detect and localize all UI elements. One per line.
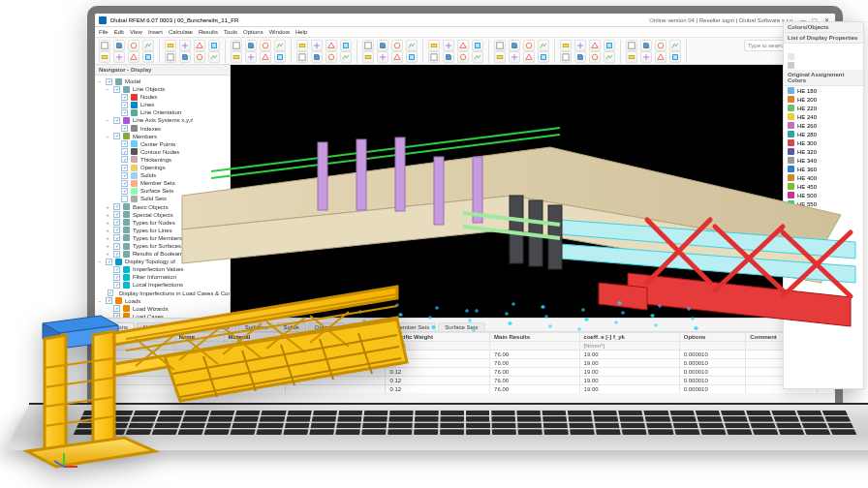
tree-item[interactable]: Imperfection Values <box>97 265 228 273</box>
tree-twisty-icon[interactable]: + <box>105 234 110 242</box>
side-panel[interactable]: Colors/Objects List of Display Propertie… <box>783 21 864 389</box>
toolbar-button-21[interactable] <box>443 40 454 51</box>
table-cell[interactable]: 19.00 <box>579 377 679 385</box>
table-cell[interactable]: 4 <box>96 377 115 385</box>
table-cell[interactable]: 76.00 <box>490 377 579 385</box>
table-row[interactable]: 1Rect110.1276.0019.000.000010 <box>96 351 835 359</box>
tree-item[interactable]: Display Imperfections in Load Cases & Co… <box>97 290 228 297</box>
table-cell[interactable]: 2 <box>96 359 115 368</box>
toolbar-button-69[interactable] <box>640 51 652 63</box>
toolbar-button-14[interactable] <box>326 40 337 51</box>
color-item[interactable]: HE 400 <box>784 173 863 182</box>
table-cell[interactable]: 0.12 <box>386 351 490 359</box>
tree-item[interactable]: +Basic Objects <box>97 203 228 211</box>
tree-item[interactable]: Member Sets <box>97 179 228 187</box>
menu-calculate[interactable]: Calculate <box>169 29 193 35</box>
toolbar-button-39[interactable] <box>142 51 154 63</box>
tab-line-sets[interactable]: Line Sets <box>348 322 386 331</box>
col-header[interactable]: Name <box>174 333 224 342</box>
color-item[interactable]: HE 340 <box>784 156 863 165</box>
color-item[interactable]: HE 450 <box>784 182 863 191</box>
tree-item[interactable]: −Loads <box>97 297 228 305</box>
color-item[interactable]: HE 550 <box>784 199 863 208</box>
tab-member-sets[interactable]: Member Sets <box>388 322 436 331</box>
tree-item[interactable]: +Types for Nodes <box>97 219 228 227</box>
table-row[interactable]: 4Rect110.1276.0019.000.000010 <box>96 377 835 385</box>
color-item[interactable]: HE 180 <box>784 86 863 95</box>
tab-sections[interactable]: Sections <box>99 322 135 331</box>
tree-checkbox[interactable] <box>113 266 120 273</box>
toolbar-button-22[interactable] <box>457 40 469 51</box>
toolbar-button-6[interactable] <box>194 40 205 51</box>
toolbar-button-4[interactable] <box>165 40 176 51</box>
toolbar-button-68[interactable] <box>626 51 637 63</box>
toolbar-button-17[interactable] <box>377 40 388 51</box>
tree-checkbox[interactable] <box>113 211 120 218</box>
toolbar-button-61[interactable] <box>509 51 520 63</box>
toolbar-button-42[interactable] <box>194 51 205 63</box>
toolbar-button-0[interactable] <box>99 40 110 51</box>
color-item[interactable]: HE 650 <box>784 217 863 226</box>
tree-twisty-icon[interactable]: + <box>105 203 110 211</box>
toolbar-button-35[interactable] <box>669 40 681 51</box>
tree-checkbox[interactable] <box>121 188 128 195</box>
table-cell[interactable]: 19.00 <box>579 359 679 368</box>
tree-checkbox[interactable] <box>113 86 120 93</box>
tree-twisty-icon[interactable]: + <box>105 227 110 234</box>
color-item[interactable]: HE 320 <box>784 147 863 156</box>
table-cell[interactable]: 1 <box>224 385 286 394</box>
table-cell[interactable]: 1 <box>224 368 286 377</box>
menu-view[interactable]: View <box>130 29 142 35</box>
table-cell[interactable] <box>115 385 175 394</box>
toolbar-button-27[interactable] <box>538 40 549 51</box>
toolbar-button-60[interactable] <box>494 51 506 63</box>
color-item[interactable]: HE 200 <box>784 95 863 104</box>
tree-item[interactable]: +Results of Boolean Operations <box>97 250 228 258</box>
table-cell[interactable] <box>286 377 386 385</box>
table-cell[interactable]: 1 <box>96 351 115 359</box>
table-cell[interactable]: 0.000010 <box>679 377 745 385</box>
toolbar-button-54[interactable] <box>391 51 403 63</box>
tree-item[interactable]: Load Wizards <box>97 305 228 313</box>
tree-checkbox[interactable] <box>113 203 120 210</box>
toolbar-button-37[interactable] <box>113 51 125 63</box>
toolbar-button-32[interactable] <box>626 40 637 51</box>
toolbar-button-2[interactable] <box>128 40 140 51</box>
tree-checkbox[interactable] <box>121 196 128 202</box>
tab-nodes[interactable]: Nodes <box>137 322 167 331</box>
tree-twisty-icon[interactable]: − <box>105 85 110 93</box>
color-item[interactable]: HE 300 <box>784 138 863 147</box>
tree-twisty-icon[interactable]: + <box>105 219 110 227</box>
toolbar-button-36[interactable] <box>99 51 110 63</box>
table-cell[interactable]: 1 <box>224 351 286 359</box>
toolbar-button-64[interactable] <box>560 51 572 63</box>
table-cell[interactable] <box>286 385 386 394</box>
col-header[interactable]: Section <box>115 333 175 342</box>
toolbar-button-51[interactable] <box>340 51 352 63</box>
table-row[interactable]: 2Rect110.1276.0019.000.000010 <box>96 359 835 368</box>
col-header[interactable]: Main Results <box>490 333 579 342</box>
table-cell[interactable] <box>286 368 386 377</box>
tree-item[interactable]: Contour Nodes <box>97 148 228 156</box>
tree-checkbox[interactable] <box>121 180 128 187</box>
table-cell[interactable] <box>115 368 175 377</box>
toolbar-button-16[interactable] <box>362 40 374 51</box>
toolbar-button-58[interactable] <box>457 51 469 63</box>
toolbar-button-12[interactable] <box>296 40 308 51</box>
tree-item[interactable]: Surface Sets <box>97 187 228 195</box>
toolbar-button-18[interactable] <box>391 40 403 51</box>
tree-item[interactable]: Indexes <box>97 125 228 133</box>
toolbar-button-5[interactable] <box>179 40 191 51</box>
tree-item[interactable]: −Line Axis Systems x,y,z <box>97 116 228 124</box>
tab-members[interactable]: Members <box>199 322 236 331</box>
table-cell[interactable]: 19.00 <box>579 351 679 359</box>
table-cell[interactable]: 0.000010 <box>679 385 745 394</box>
sections-table[interactable]: SectionNameMaterialPurpose / NoteSpecifi… <box>95 332 835 393</box>
toolbar-button-56[interactable] <box>428 51 440 63</box>
toolbar-button-52[interactable] <box>362 51 374 63</box>
menu-insert[interactable]: Insert <box>148 29 163 35</box>
toolbar-button-23[interactable] <box>472 40 483 51</box>
tree-item[interactable]: −Members <box>97 133 228 140</box>
toolbar-button-41[interactable] <box>179 51 191 63</box>
toolbar-button-11[interactable] <box>274 40 286 51</box>
